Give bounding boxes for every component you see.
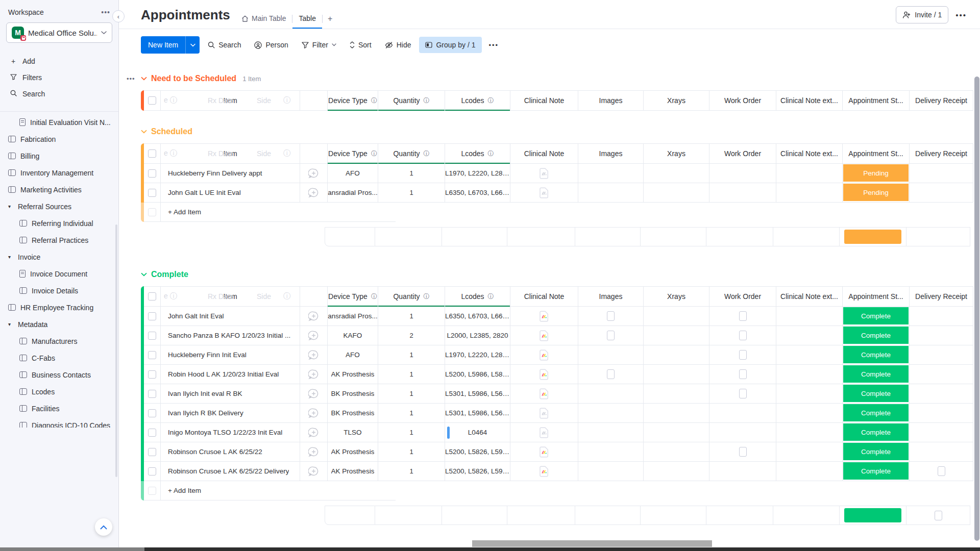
row-checkbox[interactable]: [148, 467, 156, 475]
cell-qty[interactable]: 2: [378, 326, 445, 345]
add-update-cell[interactable]: [300, 164, 328, 183]
cell-as[interactable]: Complete: [843, 326, 910, 345]
cell-device[interactable]: AFO: [328, 345, 378, 365]
cell-as[interactable]: Complete: [843, 307, 910, 326]
cell-xr[interactable]: [644, 384, 709, 404]
cell-cn[interactable]: [510, 404, 578, 423]
row-checkbox[interactable]: [148, 409, 156, 417]
new-item-button[interactable]: New Item: [141, 36, 200, 54]
status-badge[interactable]: Complete: [843, 385, 909, 402]
column-header-work-order[interactable]: Work Order: [709, 286, 776, 307]
cell-img[interactable]: [578, 423, 644, 442]
cell-qty[interactable]: 1: [378, 307, 445, 326]
table-row[interactable]: Sancho Panza B KAFO 1/20/23 Initial ...K…: [141, 326, 973, 345]
cell-qty[interactable]: 1: [378, 164, 445, 183]
cell-cne[interactable]: [776, 307, 843, 326]
sidebar-item-referral-practices[interactable]: Referral Practices: [0, 232, 118, 248]
file-icon[interactable]: [739, 447, 747, 457]
cell-cn[interactable]: [510, 423, 578, 442]
column-header-clinical-note[interactable]: Clinical Note: [510, 90, 578, 111]
column-header-device-type[interactable]: Device Typeⓘ: [328, 143, 378, 164]
row-checkbox[interactable]: [148, 370, 156, 379]
cell-as[interactable]: Complete: [843, 442, 910, 462]
cell-device[interactable]: ansradial Pros...: [328, 307, 378, 326]
sidebar-item-fabrication[interactable]: Fabrication: [0, 131, 118, 147]
cell-img[interactable]: [578, 183, 644, 203]
cell-dr[interactable]: [910, 307, 973, 326]
cell-cn[interactable]: [510, 365, 578, 384]
cell-xr[interactable]: [644, 404, 709, 423]
cell-lcodes[interactable]: L2000, L2385, 2820: [445, 326, 510, 345]
table-row[interactable]: Inigo Montoya TLSO 1/22/23 Init EvalTLSO…: [141, 423, 973, 442]
cell-wo[interactable]: [709, 384, 776, 404]
sort-button[interactable]: Sort: [345, 37, 377, 53]
sidebar-item-c-fabs[interactable]: C-Fabs: [0, 349, 118, 366]
table-row[interactable]: Huckleberry Finn Init EvalAFO1L1970, L22…: [141, 345, 973, 365]
hide-button[interactable]: Hide: [380, 37, 416, 53]
add-update-cell[interactable]: [300, 326, 328, 345]
cell-cne[interactable]: [776, 326, 843, 345]
status-badge[interactable]: Complete: [843, 423, 909, 441]
column-header-xrays[interactable]: Xrays: [644, 90, 709, 111]
table-row[interactable]: Ivan Ilyich Init eval R BKBK Prosthesis1…: [141, 384, 973, 404]
cell-lcodes[interactable]: L5200, L5826, L5986: [445, 442, 510, 462]
column-header-quantity[interactable]: Quantityⓘ: [378, 143, 445, 164]
cell-img[interactable]: [578, 384, 644, 404]
file-icon[interactable]: [607, 369, 615, 379]
sidebar-scrollbar[interactable]: [115, 224, 117, 477]
column-header-images[interactable]: Images: [578, 90, 644, 111]
cell-xr[interactable]: [644, 183, 709, 203]
cell-device[interactable]: TLSO: [328, 423, 378, 442]
cell-xr[interactable]: [644, 442, 709, 462]
workspace-menu-icon[interactable]: •••: [101, 8, 110, 16]
add-update-cell[interactable]: [300, 442, 328, 462]
item-column-header[interactable]: e ⓘItemRx DateSideⓘ: [161, 90, 300, 111]
cell-wo[interactable]: [709, 365, 776, 384]
sidebar-item-referring-individual[interactable]: Referring Individual: [0, 215, 118, 232]
cell-device[interactable]: ansradial Pros...: [328, 183, 378, 203]
cell-img[interactable]: [578, 164, 644, 183]
select-all-checkbox[interactable]: [148, 292, 156, 300]
cell-lcodes[interactable]: L6350, L6703, L6655: [445, 307, 510, 326]
cell-cne[interactable]: [776, 183, 843, 203]
column-header-clinical-note-ext[interactable]: Clinical Note ext...: [776, 143, 843, 164]
row-checkbox[interactable]: [148, 448, 156, 456]
cell-cne[interactable]: [776, 404, 843, 423]
column-header-images[interactable]: Images: [578, 143, 644, 164]
cell-xr[interactable]: [644, 365, 709, 384]
cell-cn[interactable]: [510, 307, 578, 326]
table-row[interactable]: Huckleberry Finn Delivery apptAFO1L1970,…: [141, 164, 973, 183]
sidebar-add-button[interactable]: + Add: [3, 53, 115, 69]
group-collapse-button[interactable]: [141, 272, 147, 277]
sidebar-item-lcodes[interactable]: Lcodes: [0, 383, 118, 400]
column-header-quantity[interactable]: Quantityⓘ: [378, 90, 445, 111]
sidebar-item-business-contacts[interactable]: Business Contacts: [0, 366, 118, 383]
row-checkbox[interactable]: [148, 169, 156, 178]
select-all-checkbox[interactable]: [148, 96, 156, 105]
cell-img[interactable]: [578, 462, 644, 481]
row-checkbox[interactable]: [148, 390, 156, 398]
column-header-appointment-st[interactable]: Appointment St...: [843, 90, 910, 111]
cell-lcodes[interactable]: L5200, L5986, L5826: [445, 365, 510, 384]
cell-qty[interactable]: 1: [378, 365, 445, 384]
cell-dr[interactable]: [910, 183, 973, 203]
invite-button[interactable]: Invite / 1: [896, 6, 948, 23]
cell-dr[interactable]: [910, 462, 973, 481]
table-row[interactable]: Robinson Crusoe L AK 6/25/22AK Prosthesi…: [141, 442, 973, 462]
cell-qty[interactable]: 1: [378, 345, 445, 365]
table-row[interactable]: Ivan Ilyich R BK DeliveryBK Prosthesis1L…: [141, 404, 973, 423]
file-icon[interactable]: [938, 466, 945, 476]
cell-lcodes[interactable]: L1970, L2220, L2820: [445, 345, 510, 365]
item-name-cell[interactable]: Huckleberry Finn Init Eval: [161, 345, 300, 365]
add-update-cell[interactable]: [300, 183, 328, 203]
row-checkbox[interactable]: [148, 429, 156, 437]
add-update-cell[interactable]: [300, 384, 328, 404]
item-name-cell[interactable]: John Galt Init Eval: [161, 307, 300, 326]
item-name-cell[interactable]: Robinson Crusoe L AK 6/25/22 Delivery: [161, 462, 300, 481]
cell-lcodes[interactable]: L1970, L2220, L2820: [445, 164, 510, 183]
cell-cn[interactable]: [510, 326, 578, 345]
status-summary-bar[interactable]: [844, 508, 901, 522]
status-badge[interactable]: Complete: [843, 404, 909, 421]
add-item-cell[interactable]: + Add Item: [161, 203, 396, 222]
vertical-scrollbar[interactable]: [974, 77, 979, 541]
